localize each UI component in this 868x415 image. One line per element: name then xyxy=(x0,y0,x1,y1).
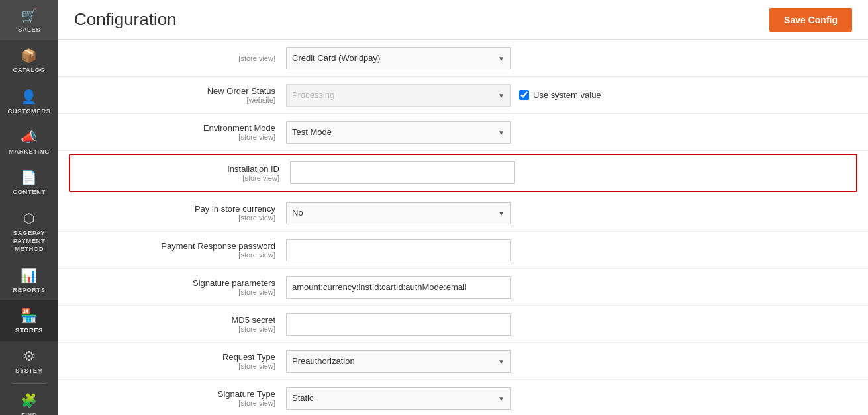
partners-icon: 🧩 xyxy=(21,392,38,409)
installation-id-label: Installation ID xyxy=(78,164,279,174)
field-label-wrap-signature-parameters: Signature parameters [store view] xyxy=(74,278,286,296)
form-row-md5-secret: MD5 secret [store view] xyxy=(58,306,868,343)
signature-parameters-input[interactable] xyxy=(286,276,511,299)
sidebar-item-stores-label: STORES xyxy=(15,326,43,334)
sidebar-item-content-label: CONTENT xyxy=(13,188,45,196)
save-config-button[interactable]: Save Config xyxy=(769,8,852,32)
installation-id-scope: [store view] xyxy=(78,174,279,182)
field-label-wrap-payment-response-password: Payment Response password [store view] xyxy=(74,241,286,259)
installation-id-input[interactable] xyxy=(290,161,515,184)
payment-method-scope: [store view] xyxy=(74,54,275,62)
environment-mode-label: Environment Mode xyxy=(74,123,275,133)
field-control-payment-response-password xyxy=(286,239,852,261)
sidebar-item-sales[interactable]: 🛒 SALES xyxy=(0,0,58,40)
form-row-environment-mode: Environment Mode [store view] Test Mode … xyxy=(58,114,868,151)
field-control-installation-id xyxy=(290,161,848,184)
signature-type-select-wrap: Static Dynamic xyxy=(286,387,511,410)
field-label-wrap-signature-type: Signature Type [store view] xyxy=(74,389,286,407)
content-area: [store view] Credit Card (Worldpay) New … xyxy=(58,40,868,415)
form-row-new-order-status: New Order Status [website] Processing Pe… xyxy=(58,77,868,114)
form-row-payment-method: [store view] Credit Card (Worldpay) xyxy=(58,40,868,77)
field-control-payment-method: Credit Card (Worldpay) xyxy=(286,47,852,69)
sidebar-item-reports[interactable]: 📊 REPORTS xyxy=(0,260,58,300)
signature-type-scope: [store view] xyxy=(74,399,275,407)
field-label-wrap-payment-method: [store view] xyxy=(74,54,286,62)
md5-secret-input[interactable] xyxy=(286,313,511,336)
sidebar-divider xyxy=(12,383,47,384)
pay-in-store-currency-select-wrap: No Yes xyxy=(286,202,511,224)
sidebar-item-customers-label: CUSTOMERS xyxy=(7,107,50,115)
field-label-wrap-pay-in-store-currency: Pay in store currency [store view] xyxy=(74,204,286,222)
form-row-payment-response-password: Payment Response password [store view] xyxy=(58,232,868,269)
signature-type-label: Signature Type xyxy=(74,389,275,399)
main-content: Configuration Save Config [store view] C… xyxy=(58,0,868,415)
field-control-request-type: Preauthorization Authorization xyxy=(286,350,852,373)
reports-icon: 📊 xyxy=(21,267,38,284)
environment-mode-select-wrap: Test Mode Live Mode xyxy=(286,121,511,144)
sidebar-item-marketing[interactable]: 📣 MARKETING xyxy=(0,122,58,162)
new-order-status-scope: [website] xyxy=(74,96,275,104)
field-label-wrap-md5-secret: MD5 secret [store view] xyxy=(74,315,286,333)
field-control-pay-in-store-currency: No Yes xyxy=(286,202,852,224)
field-control-md5-secret xyxy=(286,313,852,336)
sidebar-item-sagepay-label: SAGEPAY PAYMENT METHOD xyxy=(3,229,56,254)
payment-response-password-scope: [store view] xyxy=(74,251,275,259)
sidebar-item-content[interactable]: 📄 CONTENT xyxy=(0,162,58,203)
use-system-value-wrap: Use system value xyxy=(519,90,601,100)
request-type-select-wrap: Preauthorization Authorization xyxy=(286,350,511,373)
use-system-value-checkbox[interactable] xyxy=(519,90,529,100)
sagepay-icon: ⬡ xyxy=(23,210,35,227)
request-type-select[interactable]: Preauthorization Authorization xyxy=(286,350,511,373)
sidebar-item-catalog-label: CATALOG xyxy=(13,66,45,74)
environment-mode-scope: [store view] xyxy=(74,133,275,141)
sidebar-item-partners[interactable]: 🧩 FIND PARTNERS & EXTENSIONS xyxy=(0,385,58,415)
sidebar-item-stores[interactable]: 🏪 STORES xyxy=(0,300,58,341)
sidebar-item-sagepay[interactable]: ⬡ SAGEPAY PAYMENT METHOD xyxy=(0,203,58,260)
new-order-status-label: New Order Status xyxy=(74,86,275,96)
use-system-value-label: Use system value xyxy=(533,90,601,100)
sidebar: 🛒 SALES 📦 CATALOG 👤 CUSTOMERS 📣 MARKETIN… xyxy=(0,0,58,415)
sales-icon: 🛒 xyxy=(21,7,38,24)
environment-mode-select[interactable]: Test Mode Live Mode xyxy=(286,121,511,144)
page-header: Configuration Save Config xyxy=(58,0,868,40)
form-section: [store view] Credit Card (Worldpay) New … xyxy=(58,40,868,415)
customers-icon: 👤 xyxy=(21,88,38,105)
sidebar-item-partners-label: FIND PARTNERS & EXTENSIONS xyxy=(3,411,56,415)
payment-response-password-input[interactable] xyxy=(286,239,511,261)
field-control-environment-mode: Test Mode Live Mode xyxy=(286,121,852,144)
marketing-icon: 📣 xyxy=(21,128,38,146)
new-order-status-select[interactable]: Processing Pending Complete xyxy=(286,84,511,107)
sidebar-item-marketing-label: MARKETING xyxy=(9,148,50,156)
md5-secret-scope: [store view] xyxy=(74,325,275,333)
form-row-installation-id: Installation ID [store view] xyxy=(69,154,857,192)
signature-type-select[interactable]: Static Dynamic xyxy=(286,387,511,410)
sidebar-item-sales-label: SALES xyxy=(18,26,40,34)
field-label-wrap-environment-mode: Environment Mode [store view] xyxy=(74,123,286,141)
content-icon: 📄 xyxy=(21,169,38,186)
sidebar-item-system[interactable]: ⚙ SYSTEM xyxy=(0,341,58,381)
field-label-wrap-new-order-status: New Order Status [website] xyxy=(74,86,286,104)
request-type-scope: [store view] xyxy=(74,362,275,370)
field-control-signature-parameters xyxy=(286,276,852,299)
md5-secret-label: MD5 secret xyxy=(74,315,275,325)
signature-parameters-label: Signature parameters xyxy=(74,278,275,288)
field-label-wrap-request-type: Request Type [store view] xyxy=(74,352,286,370)
catalog-icon: 📦 xyxy=(21,47,38,64)
pay-in-store-currency-select[interactable]: No Yes xyxy=(286,202,511,224)
field-control-new-order-status: Processing Pending Complete Use system v… xyxy=(286,84,852,107)
system-icon: ⚙ xyxy=(23,347,36,365)
sidebar-item-system-label: SYSTEM xyxy=(15,367,43,375)
form-row-signature-type: Signature Type [store view] Static Dynam… xyxy=(58,380,868,415)
payment-response-password-label: Payment Response password xyxy=(74,241,275,251)
sidebar-item-reports-label: REPORTS xyxy=(13,286,45,294)
sidebar-item-catalog[interactable]: 📦 CATALOG xyxy=(0,40,58,81)
page-title: Configuration xyxy=(74,9,177,30)
signature-parameters-scope: [store view] xyxy=(74,288,275,296)
pay-in-store-currency-scope: [store view] xyxy=(74,214,275,222)
payment-method-select[interactable]: Credit Card (Worldpay) xyxy=(286,47,511,69)
form-row-signature-parameters: Signature parameters [store view] xyxy=(58,269,868,306)
sidebar-item-customers[interactable]: 👤 CUSTOMERS xyxy=(0,81,58,122)
stores-icon: 🏪 xyxy=(21,307,38,324)
request-type-label: Request Type xyxy=(74,352,275,362)
field-control-signature-type: Static Dynamic xyxy=(286,387,852,410)
